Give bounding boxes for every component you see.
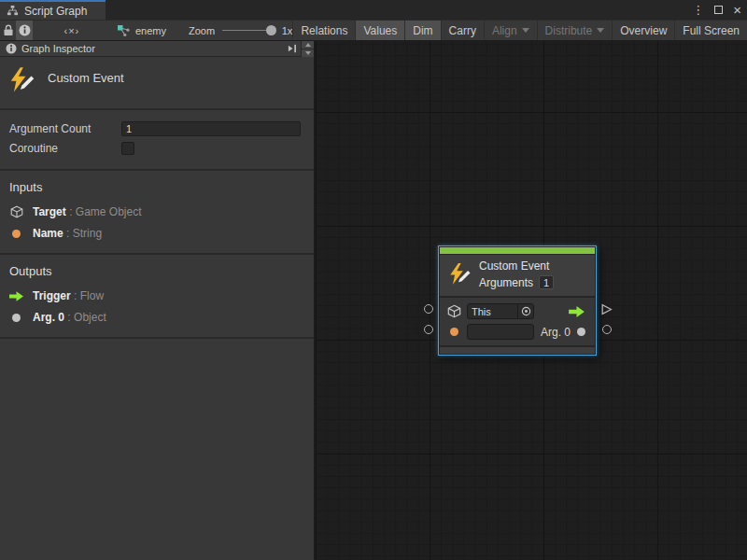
dock-panel-button[interactable] [284, 43, 301, 54]
custom-event-node[interactable]: Custom Event Arguments 1 This [438, 245, 597, 356]
maximize-icon[interactable] [714, 6, 723, 14]
code-view-button[interactable]: ‹×› [53, 21, 91, 40]
name-value-input[interactable] [467, 324, 534, 340]
arguments-value-field[interactable]: 1 [539, 275, 554, 289]
input-port-name[interactable] [424, 325, 433, 334]
carry-button[interactable]: Carry [441, 21, 484, 40]
unit-header: Custom Event [0, 57, 314, 110]
window-controls: ⋮ × [692, 0, 741, 20]
port-name: Arg. 0 [33, 311, 64, 324]
input-port-target[interactable] [424, 304, 433, 314]
inspect-toggle-button[interactable] [16, 21, 32, 40]
window-menu-icon[interactable]: ⋮ [692, 4, 704, 16]
code-icon: ‹×› [64, 25, 80, 36]
scroll-up-button[interactable] [302, 41, 314, 49]
string-port-icon [447, 328, 461, 336]
string-port-icon [9, 230, 23, 238]
custom-event-icon [447, 259, 472, 289]
output-port-arg0[interactable] [602, 325, 612, 334]
target-self-dropdown[interactable]: This [467, 303, 534, 319]
unit-title: Custom Event [48, 71, 124, 94]
scroll-down-button[interactable] [302, 49, 314, 57]
fullscreen-button[interactable]: Full Screen [674, 21, 747, 40]
argument-count-label: Argument Count [9, 122, 121, 135]
toolbar-button-group: Relations Values Dim Carry Align Distrib… [292, 21, 747, 40]
node-arguments-row: Arguments 1 [479, 275, 554, 289]
node-color-bar [440, 247, 595, 254]
port-type: Object [74, 311, 106, 324]
tab-label: Script Graph [24, 5, 87, 18]
output-row-trigger: Trigger : Flow [9, 289, 304, 302]
info-icon [19, 24, 31, 36]
dock-icon [287, 43, 298, 54]
align-button[interactable]: Align [484, 21, 537, 40]
graph-inspector-panel: Graph Inspector Custom Event Arg [0, 41, 315, 560]
object-port-icon [9, 314, 23, 322]
graph-canvas[interactable]: Custom Event Arguments 1 This [316, 41, 747, 560]
triangle-down-icon [305, 51, 311, 55]
gameobject-port-icon [447, 304, 461, 318]
values-button[interactable]: Values [355, 21, 404, 40]
align-label: Align [492, 24, 517, 37]
graph-inspector-header: Graph Inspector [0, 41, 314, 57]
coroutine-row: Coroutine [9, 138, 301, 158]
separator: : [69, 205, 72, 218]
object-picker-icon[interactable] [517, 304, 533, 318]
separator: : [67, 311, 70, 324]
coroutine-label: Coroutine [9, 142, 121, 155]
port-type: String [73, 227, 102, 240]
argument-count-row: Argument Count [9, 119, 301, 138]
node-row-arg0: Arg. 0 [447, 324, 587, 340]
hierarchy-icon [7, 5, 19, 17]
port-name: Trigger [33, 289, 71, 302]
zoom-value: 1x [282, 25, 293, 36]
relations-button[interactable]: Relations [292, 21, 355, 40]
object-port-icon [577, 328, 585, 336]
outputs-section: Outputs Trigger : Flow Arg. 0 : Object [0, 255, 314, 339]
outputs-heading: Outputs [9, 264, 304, 278]
node-header[interactable]: Custom Event Arguments 1 [440, 255, 595, 296]
output-port-trigger[interactable] [600, 302, 613, 319]
input-row-name: Name : String [9, 227, 304, 240]
dim-button[interactable]: Dim [404, 21, 440, 40]
distribute-button[interactable]: Distribute [537, 21, 613, 40]
gameobject-port-icon [9, 205, 23, 218]
info-icon [6, 43, 17, 54]
triangle-up-icon [305, 43, 311, 47]
titlebar: Script Graph ⋮ × [0, 0, 747, 20]
lock-button[interactable] [0, 21, 16, 40]
panel-title: Graph Inspector [21, 43, 284, 54]
arg0-label: Arg. 0 [541, 326, 571, 339]
close-icon[interactable]: × [733, 3, 741, 17]
tab-script-graph[interactable]: Script Graph [0, 0, 106, 20]
node-row-target: This [447, 303, 587, 319]
unit-fields: Argument Count Coroutine [0, 110, 314, 171]
port-type: Game Object [76, 205, 142, 218]
input-row-target: Target : Game Object [9, 205, 304, 218]
zoom-slider[interactable] [222, 24, 276, 37]
inputs-heading: Inputs [9, 180, 304, 194]
zoom-label: Zoom [189, 25, 215, 36]
port-type: Flow [80, 289, 104, 302]
overview-button[interactable]: Overview [612, 21, 674, 40]
graph-icon [117, 24, 130, 37]
arguments-label: Arguments [479, 276, 533, 289]
target-value: This [472, 306, 517, 317]
output-row-arg0: Arg. 0 : Object [9, 311, 304, 324]
dropdown-caret-icon [522, 28, 529, 33]
port-name: Name [33, 227, 63, 240]
toolbar: ‹×› enemy Zoom 1x Relations Values Dim C… [0, 20, 747, 41]
distribute-label: Distribute [545, 24, 593, 37]
lock-icon [3, 24, 14, 36]
graph-breadcrumb[interactable]: enemy [117, 21, 166, 40]
node-body: This Arg. 0 [440, 298, 595, 345]
flow-port-icon [569, 306, 585, 317]
flow-port-icon [9, 291, 23, 301]
port-name: Target [33, 205, 66, 218]
zoom-slider-handle[interactable] [266, 25, 276, 35]
graph-name: enemy [135, 25, 166, 36]
coroutine-checkbox[interactable] [121, 142, 134, 155]
argument-count-input[interactable] [121, 121, 301, 136]
panel-scroll-spinner [301, 41, 314, 57]
custom-event-icon [7, 66, 35, 94]
